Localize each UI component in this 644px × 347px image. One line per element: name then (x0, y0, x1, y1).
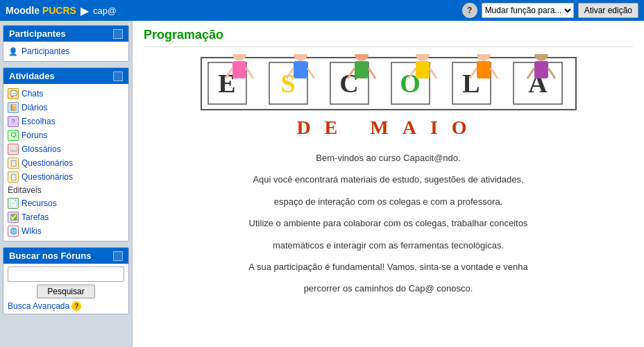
breadcrumb-separator: ▶ (80, 4, 89, 17)
svg-rect-30 (477, 61, 491, 78)
glossary-icon: 📖 (8, 144, 19, 155)
sidebar-item-glossarios[interactable]: 📖 Glossários (8, 142, 124, 156)
forums-label: Fóruns (22, 130, 47, 140)
pesquisar-button[interactable]: Pesquisar (37, 285, 94, 298)
forum-icon: 🗨 (8, 130, 19, 141)
questionarios1-label: Questionários (22, 158, 73, 168)
participantes-link-label: Participantes (22, 46, 69, 56)
wikis-label: Wikis (22, 226, 42, 236)
busca-avancada-link[interactable]: Busca Avançada ? (8, 301, 124, 311)
recursos-label: Recursos (22, 198, 57, 208)
sidebar: Participantes 👤 Participantes Atividades… (0, 21, 132, 347)
escolhas-label: Escolhas (22, 117, 56, 126)
help-icon[interactable]: ? (462, 3, 477, 18)
questionarios2-label: Questionários (22, 172, 73, 182)
welcome-line-2: Aqui você encontrará materiais de estudo… (153, 171, 625, 187)
svg-rect-14 (232, 61, 246, 78)
page-title: Programação (144, 28, 633, 47)
ativar-edicao-button[interactable]: Ativar edição (578, 3, 638, 18)
sidebar-item-chats[interactable]: 💬 Chats (8, 87, 124, 101)
buscar-block: Buscar nos Fóruns Pesquisar Busca Avança… (3, 247, 129, 314)
welcome-line-3: espaço de interação com os colegas e com… (153, 194, 625, 210)
sidebar-item-questionarios1[interactable]: 📋 Questionários (8, 156, 124, 170)
sidebar-item-tarefas[interactable]: ✅ Tarefas (8, 210, 124, 224)
participantes-header: Participantes (3, 26, 128, 42)
person-icon: 👤 (8, 46, 19, 57)
atividades-header-label: Atividades (9, 71, 55, 81)
participantes-block: Participantes 👤 Participantes (3, 25, 129, 62)
atividades-content: 💬 Chats 📔 Diários ? Escolhas 🗨 Fóruns 📖 (3, 84, 128, 241)
search-input[interactable] (8, 266, 124, 282)
logo: Moodle PUCRS (6, 5, 76, 16)
chats-label: Chats (22, 89, 43, 99)
participantes-header-label: Participantes (9, 28, 66, 39)
diarios-label: Diários (22, 103, 47, 112)
tarefas-label: Tarefas (22, 212, 49, 222)
topbar: Moodle PUCRS ▶ cap@ ? Mudar função para.… (0, 0, 644, 21)
sidebar-item-recursos[interactable]: 📄 Recursos (8, 196, 124, 210)
chat-icon: 💬 (8, 88, 19, 99)
content-area: Programação E S C O L (132, 21, 644, 347)
welcome-line-4: Utilize o ambiente para colaborar com os… (153, 215, 625, 231)
welcome-text: Bem-vindos ao curso Capacit@ndo. Aqui vo… (153, 150, 625, 297)
wiki-icon: 🌐 (8, 226, 19, 237)
svg-text:S: S (280, 69, 295, 98)
buscar-header: Buscar nos Fóruns (3, 248, 128, 264)
buscar-header-label: Buscar nos Fóruns (9, 251, 91, 261)
escola-svg: E S C O L A (187, 54, 590, 144)
svg-rect-22 (355, 61, 368, 78)
sidebar-item-forums[interactable]: 🗨 Fóruns (8, 128, 124, 142)
quiz-icon-1: 📋 (8, 158, 19, 169)
sidebar-item-questionarios2[interactable]: 📋 Questionários (8, 170, 124, 184)
glossarios-label: Glossários (22, 144, 61, 154)
welcome-line-7: percorrer os caminhos do Cap@ conosco. (153, 280, 625, 296)
moodle-logo: Moodle (6, 5, 42, 16)
editaveis-label: Editáveis (8, 184, 124, 196)
svg-text:DE   MAIO: DE MAIO (296, 117, 480, 138)
pucrs-logo: PUCRS (42, 5, 76, 16)
sidebar-item-wikis[interactable]: 🌐 Wikis (8, 224, 124, 238)
welcome-line-1: Bem-vindos ao curso Capacit@ndo. (153, 150, 625, 166)
svg-rect-34 (534, 61, 548, 78)
diary-icon: 📔 (8, 102, 19, 113)
welcome-line-5: matemáticos e interagir com as ferrament… (153, 237, 625, 253)
atividades-toggle-icon[interactable] (113, 71, 123, 81)
main-layout: Participantes 👤 Participantes Atividades… (0, 21, 644, 347)
busca-help-icon: ? (71, 301, 81, 311)
choice-icon: ? (8, 116, 19, 127)
atividades-header: Atividades (3, 68, 128, 84)
sidebar-item-escolhas[interactable]: ? Escolhas (8, 115, 124, 128)
svg-rect-18 (294, 61, 307, 78)
sidebar-item-participantes[interactable]: 👤 Participantes (8, 44, 124, 58)
svg-rect-26 (416, 61, 430, 78)
busca-avancada-label: Busca Avançada (8, 301, 69, 311)
sidebar-item-diarios[interactable]: 📔 Diários (8, 101, 124, 115)
atividades-block: Atividades 💬 Chats 📔 Diários ? Escolhas … (3, 67, 129, 242)
task-icon: ✅ (8, 212, 19, 223)
resource-icon: 📄 (8, 198, 19, 209)
participantes-content: 👤 Participantes (3, 42, 128, 61)
illustration: E S C O L A (144, 54, 633, 144)
block-toggle-icon[interactable] (113, 29, 123, 39)
buscar-toggle-icon[interactable] (113, 251, 123, 261)
breadcrumb-current: cap@ (93, 6, 117, 16)
buscar-content: Pesquisar Busca Avançada ? (3, 264, 128, 314)
mudar-funcao-select[interactable]: Mudar função para... (482, 3, 574, 18)
quiz-icon-2: 📋 (8, 171, 19, 183)
welcome-line-6: A sua participação é fundamental! Vamos,… (153, 259, 625, 275)
